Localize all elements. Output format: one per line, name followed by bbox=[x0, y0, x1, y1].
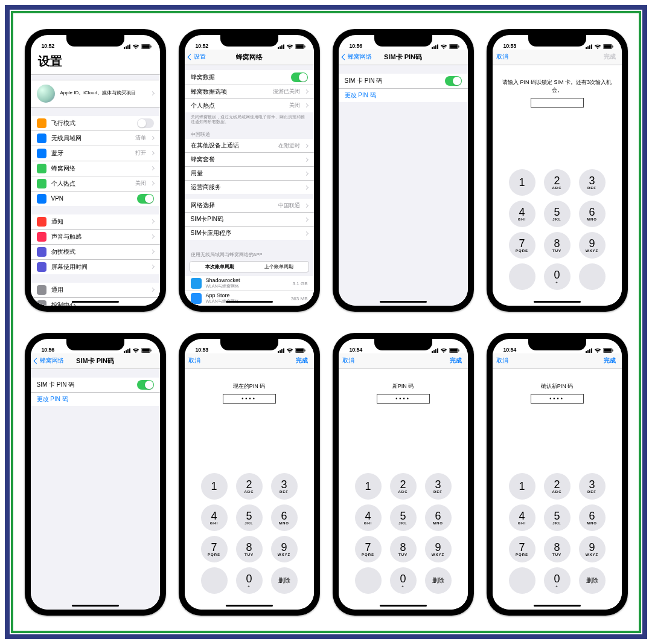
pin-input[interactable] bbox=[531, 98, 584, 108]
keypad-key-8[interactable]: 8TUV bbox=[544, 232, 570, 259]
keypad-key-9[interactable]: 9WXYZ bbox=[579, 232, 606, 259]
toggle[interactable] bbox=[137, 118, 154, 128]
list-row[interactable]: 个人热点关闭 bbox=[31, 176, 160, 192]
list-row[interactable]: 通用 bbox=[31, 283, 160, 298]
pin-input[interactable]: •••• bbox=[377, 394, 430, 404]
keypad-key-1[interactable]: 1 bbox=[509, 473, 535, 500]
apple-id-row[interactable]: Apple ID、iCloud、媒体与购买项目 bbox=[31, 80, 160, 108]
keypad-key-5[interactable]: 5JKL bbox=[390, 504, 417, 531]
cancel-button[interactable]: 取消 bbox=[188, 353, 200, 369]
list-row[interactable]: 个人热点关闭 bbox=[185, 99, 314, 112]
keypad-key-9[interactable]: 9WXYZ bbox=[271, 536, 298, 562]
list-row[interactable]: SIM 卡 PIN 码 bbox=[339, 74, 468, 89]
keypad-key-8[interactable]: 8TUV bbox=[390, 536, 417, 562]
home-indicator[interactable] bbox=[226, 301, 273, 303]
list-row[interactable]: SIM卡应用程序 bbox=[185, 227, 314, 240]
keypad-key-4[interactable]: 4GHI bbox=[355, 504, 382, 531]
keypad-key-0[interactable]: 0+ bbox=[390, 567, 417, 594]
back-button[interactable]: 设置 bbox=[188, 50, 206, 65]
home-indicator[interactable] bbox=[534, 301, 581, 303]
keypad-key-4[interactable]: 4GHI bbox=[201, 504, 228, 531]
keypad-key-2[interactable]: 2ABC bbox=[544, 473, 570, 500]
cancel-button[interactable]: 取消 bbox=[496, 50, 508, 65]
keypad-key-7[interactable]: 7PQRS bbox=[355, 536, 382, 562]
home-indicator[interactable] bbox=[72, 605, 119, 607]
toggle[interactable] bbox=[137, 194, 154, 204]
list-row[interactable]: 屏幕使用时间 bbox=[31, 260, 160, 274]
keypad-key-9[interactable]: 9WXYZ bbox=[579, 536, 606, 562]
keypad-key-2[interactable]: 2ABC bbox=[236, 473, 263, 500]
keypad-delete[interactable]: 删除 bbox=[271, 567, 298, 594]
done-button[interactable]: 完成 bbox=[450, 353, 462, 369]
back-button[interactable]: 蜂窝网络 bbox=[34, 353, 64, 369]
app-row[interactable]: App StoreWLAN与蜂窝网络 363 MB bbox=[185, 291, 314, 305]
keypad-key-2[interactable]: 2ABC bbox=[390, 473, 417, 500]
keypad-key-8[interactable]: 8TUV bbox=[544, 536, 570, 562]
list-row[interactable]: 在其他设备上通话在附近时 bbox=[185, 139, 314, 153]
list-row[interactable]: VPN bbox=[31, 192, 160, 206]
keypad-key-1[interactable]: 1 bbox=[355, 473, 382, 500]
list-row[interactable]: 声音与触感 bbox=[31, 230, 160, 245]
keypad-key-6[interactable]: 6MNO bbox=[425, 504, 452, 531]
list-row[interactable]: SIM卡PIN码 bbox=[185, 213, 314, 227]
home-indicator[interactable] bbox=[380, 301, 427, 303]
keypad-key-6[interactable]: 6MNO bbox=[271, 504, 298, 531]
toggle[interactable] bbox=[291, 72, 308, 82]
done-button[interactable]: 完成 bbox=[296, 353, 308, 369]
list-row[interactable]: 更改 PIN 码 bbox=[339, 89, 468, 102]
home-indicator[interactable] bbox=[534, 605, 581, 607]
done-button[interactable]: 完成 bbox=[604, 50, 616, 65]
keypad-key-4[interactable]: 4GHI bbox=[509, 504, 535, 531]
keypad-key-5[interactable]: 5JKL bbox=[544, 504, 570, 531]
list-row[interactable]: 网络选择中国联通 bbox=[185, 199, 314, 213]
done-button[interactable]: 完成 bbox=[604, 353, 616, 369]
keypad-key-3[interactable]: 3DEF bbox=[271, 473, 298, 500]
keypad-key-3[interactable]: 3DEF bbox=[579, 169, 606, 196]
keypad-key-1[interactable]: 1 bbox=[201, 473, 228, 500]
seg-previous[interactable]: 上个账单周期 bbox=[249, 262, 308, 272]
keypad-key-8[interactable]: 8TUV bbox=[236, 536, 263, 562]
list-row[interactable]: 飞行模式 bbox=[31, 116, 160, 131]
toggle[interactable] bbox=[137, 380, 154, 390]
keypad-delete[interactable]: 删除 bbox=[579, 567, 606, 594]
keypad-key-4[interactable]: 4GHI bbox=[509, 201, 535, 227]
keypad-key-0[interactable]: 0+ bbox=[544, 263, 570, 290]
pin-input[interactable]: •••• bbox=[531, 394, 584, 404]
keypad-key-6[interactable]: 6MNO bbox=[579, 201, 606, 227]
list-row[interactable]: 通知 bbox=[31, 214, 160, 230]
home-indicator[interactable] bbox=[72, 301, 119, 303]
keypad-key-6[interactable]: 6MNO bbox=[579, 504, 606, 531]
keypad-key-0[interactable]: 0+ bbox=[544, 567, 570, 594]
keypad-key-7[interactable]: 7PQRS bbox=[201, 536, 228, 562]
keypad-delete[interactable]: 删除 bbox=[425, 567, 452, 594]
list-row[interactable]: 蜂窝套餐 bbox=[185, 153, 314, 167]
seg-current[interactable]: 本次账单周期 bbox=[190, 262, 249, 272]
list-row[interactable]: 蜂窝数据 bbox=[185, 70, 314, 85]
list-row[interactable]: 蜂窝网络 bbox=[31, 161, 160, 176]
keypad-key-7[interactable]: 7PQRS bbox=[509, 536, 535, 562]
keypad-key-7[interactable]: 7PQRS bbox=[509, 232, 535, 259]
list-row[interactable]: SIM 卡 PIN 码 bbox=[31, 378, 160, 393]
list-row[interactable]: 更改 PIN 码 bbox=[31, 393, 160, 406]
keypad-key-5[interactable]: 5JKL bbox=[236, 504, 263, 531]
pin-input[interactable]: •••• bbox=[223, 394, 276, 404]
cancel-button[interactable]: 取消 bbox=[342, 353, 354, 369]
segmented-control[interactable]: 本次账单周期 上个账单周期 bbox=[190, 261, 309, 272]
list-row[interactable]: 用量 bbox=[185, 167, 314, 181]
home-indicator[interactable] bbox=[226, 605, 273, 607]
list-row[interactable]: 蓝牙打开 bbox=[31, 146, 160, 161]
home-indicator[interactable] bbox=[380, 605, 427, 607]
keypad-key-3[interactable]: 3DEF bbox=[425, 473, 452, 500]
keypad-key-1[interactable]: 1 bbox=[509, 169, 535, 196]
keypad-key-3[interactable]: 3DEF bbox=[579, 473, 606, 500]
list-row[interactable]: 蜂窝数据选项漫游已关闭 bbox=[185, 85, 314, 99]
keypad-key-0[interactable]: 0+ bbox=[236, 567, 263, 594]
list-row[interactable]: 运营商服务 bbox=[185, 181, 314, 194]
cancel-button[interactable]: 取消 bbox=[496, 353, 508, 369]
toggle[interactable] bbox=[445, 76, 462, 86]
list-row[interactable]: 勿扰模式 bbox=[31, 245, 160, 260]
back-button[interactable]: 蜂窝网络 bbox=[342, 50, 372, 65]
keypad-key-9[interactable]: 9WXYZ bbox=[425, 536, 452, 562]
list-row[interactable]: 无线局域网清单 bbox=[31, 131, 160, 146]
app-row[interactable]: ShadowrocketWLAN与蜂窝网络 3.1 GB bbox=[185, 276, 314, 291]
